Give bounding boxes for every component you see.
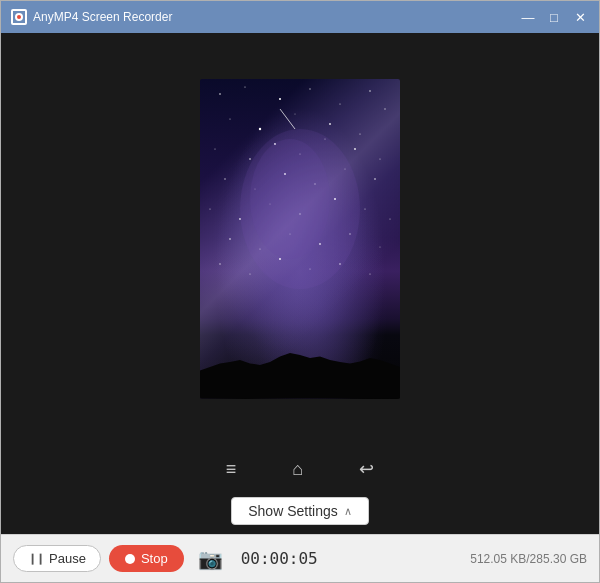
- stars-overlay: [200, 79, 400, 399]
- svg-point-49: [250, 139, 330, 259]
- svg-point-27: [374, 178, 376, 180]
- file-size-display: 512.05 KB/285.30 GB: [470, 552, 587, 566]
- window-controls: — □ ✕: [519, 8, 589, 26]
- svg-point-11: [295, 113, 296, 114]
- svg-point-4: [244, 86, 245, 87]
- svg-point-34: [390, 218, 391, 219]
- app-title: AnyMP4 Screen Recorder: [33, 10, 172, 24]
- svg-point-46: [369, 273, 370, 274]
- svg-point-10: [259, 127, 261, 129]
- app-window: AnyMP4 Screen Recorder — □ ✕: [0, 0, 600, 583]
- show-settings-label: Show Settings: [248, 503, 338, 519]
- pause-icon: ❙❙: [28, 552, 44, 565]
- stop-label: Stop: [141, 551, 168, 566]
- svg-point-21: [379, 158, 380, 159]
- close-button[interactable]: ✕: [571, 8, 589, 26]
- svg-point-20: [354, 148, 356, 150]
- preview-container: [1, 33, 599, 444]
- svg-point-33: [364, 208, 365, 209]
- timer-display: 00:00:05: [241, 549, 318, 568]
- svg-point-12: [329, 123, 331, 125]
- title-bar-left: AnyMP4 Screen Recorder: [11, 9, 172, 25]
- svg-point-8: [369, 90, 371, 92]
- pause-label: Pause: [49, 551, 86, 566]
- maximize-button[interactable]: □: [545, 8, 563, 26]
- settings-bar: Show Settings ∧: [231, 494, 369, 534]
- svg-point-2: [17, 15, 21, 19]
- menu-button[interactable]: ≡: [218, 455, 245, 484]
- back-button[interactable]: ↩: [351, 454, 382, 484]
- svg-point-16: [249, 158, 251, 160]
- svg-point-5: [279, 98, 281, 100]
- bottom-toolbar: ❙❙ Pause Stop 📷 00:00:05 512.05 KB/285.3…: [1, 534, 599, 582]
- chevron-up-icon: ∧: [344, 505, 352, 518]
- stop-circle-icon: [125, 554, 135, 564]
- svg-point-7: [340, 103, 341, 104]
- svg-point-13: [359, 133, 360, 134]
- svg-point-41: [219, 263, 220, 264]
- svg-point-40: [380, 246, 381, 247]
- home-button[interactable]: ⌂: [284, 455, 311, 484]
- content-area: ≡ ⌂ ↩ Show Settings ∧: [1, 33, 599, 534]
- screenshot-button[interactable]: 📷: [192, 543, 229, 575]
- svg-point-14: [384, 108, 385, 109]
- svg-point-42: [249, 273, 250, 274]
- svg-point-22: [224, 178, 225, 179]
- pause-button[interactable]: ❙❙ Pause: [13, 545, 101, 572]
- minimize-button[interactable]: —: [519, 8, 537, 26]
- show-settings-button[interactable]: Show Settings ∧: [231, 497, 369, 525]
- icon-bar: ≡ ⌂ ↩: [1, 444, 599, 494]
- svg-point-9: [229, 118, 230, 119]
- camera-icon: 📷: [198, 548, 223, 570]
- svg-point-35: [229, 238, 231, 240]
- svg-line-47: [280, 109, 295, 129]
- svg-point-6: [309, 88, 310, 89]
- app-icon: [11, 9, 27, 25]
- stop-button[interactable]: Stop: [109, 545, 184, 572]
- svg-point-28: [209, 208, 210, 209]
- preview-image: [200, 79, 400, 399]
- title-bar: AnyMP4 Screen Recorder — □ ✕: [1, 1, 599, 33]
- svg-point-15: [215, 148, 216, 149]
- svg-point-3: [219, 93, 221, 95]
